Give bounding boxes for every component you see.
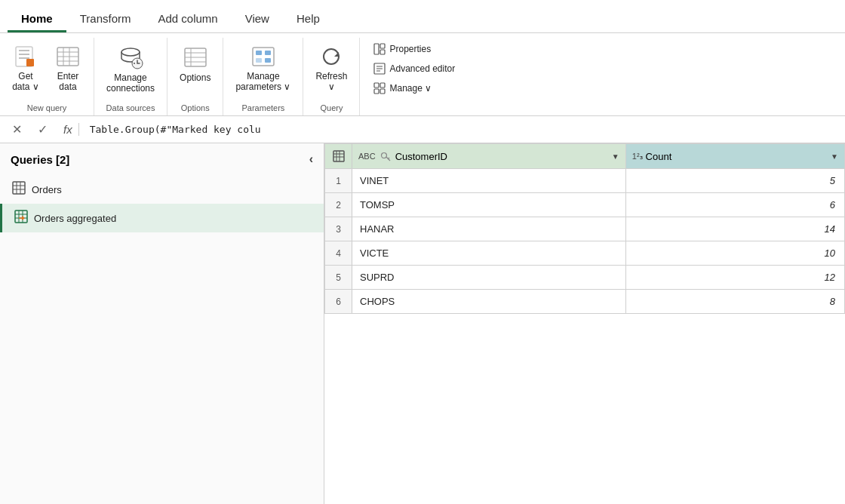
manage-parameters-button[interactable]: Manageparameters ∨ — [229, 41, 297, 94]
ribbon-group-new-query: Getdata ∨ Enterdata New query — [0, 38, 94, 115]
tab-transform[interactable]: Transform — [66, 5, 145, 32]
ribbon-group-parameters: Manageparameters ∨ Parameters — [223, 38, 303, 115]
ribbon-right-buttons: Properties Advanced editor Manag — [359, 38, 469, 115]
manage-connections-button[interactable]: Manageconnections — [100, 41, 161, 94]
enter-data-icon — [54, 44, 81, 69]
get-data-label: Getdata ∨ — [12, 71, 39, 93]
main-area: Queries [2] ‹ Orders — [0, 143, 845, 504]
svg-rect-27 — [380, 50, 385, 54]
count-type-icon: 1²₃ — [632, 152, 643, 161]
table-row: 5SUPRD12 — [325, 266, 845, 290]
svg-rect-19 — [253, 48, 274, 66]
advanced-editor-button[interactable]: Advanced editor — [369, 60, 459, 77]
sidebar: Queries [2] ‹ Orders — [0, 143, 324, 504]
svg-rect-20 — [256, 51, 262, 55]
ribbon-buttons-query: Refresh∨ — [309, 38, 353, 100]
row-number: 6 — [325, 290, 352, 314]
sidebar-item-orders[interactable]: Orders — [0, 175, 324, 204]
properties-icon — [373, 43, 386, 55]
svg-rect-33 — [380, 83, 385, 88]
row-number: 2 — [325, 193, 352, 217]
refresh-button[interactable]: Refresh∨ — [309, 41, 353, 94]
manage-button[interactable]: Manage ∨ — [369, 80, 459, 97]
svg-point-53 — [381, 153, 386, 158]
customerid-cell: TOMSP — [352, 193, 626, 217]
customerid-dropdown-button[interactable]: ▼ — [612, 152, 619, 161]
customerid-cell: VICTE — [352, 241, 626, 266]
customerid-col-name: CustomerID — [395, 151, 447, 162]
orders-label: Orders — [32, 184, 62, 195]
refresh-icon — [318, 44, 345, 69]
manage-parameters-icon — [250, 44, 277, 69]
properties-button[interactable]: Properties — [369, 41, 459, 57]
count-cell: 14 — [625, 217, 844, 241]
table-icon — [333, 150, 345, 162]
options-btn-label: Options — [180, 72, 210, 83]
count-cell: 5 — [625, 169, 844, 193]
svg-rect-35 — [380, 89, 385, 94]
manage-icon — [373, 82, 386, 94]
svg-rect-21 — [265, 51, 271, 55]
formula-confirm-button[interactable]: ✓ — [32, 119, 53, 140]
count-cell: 10 — [625, 241, 844, 266]
svg-rect-4 — [26, 59, 34, 66]
data-grid: ABC CustomerID ▼ 1²₃ — [324, 143, 845, 504]
table-row: 6CHOPS8 — [325, 290, 845, 314]
tab-view[interactable]: View — [232, 5, 283, 32]
customerid-type-icon: ABC — [358, 152, 376, 161]
tab-help[interactable]: Help — [283, 5, 333, 32]
properties-label: Properties — [389, 44, 431, 54]
svg-marker-24 — [334, 52, 339, 57]
sidebar-collapse-button[interactable]: ‹ — [309, 152, 313, 166]
table-body: 1VINET52TOMSP63HANAR144VICTE105SUPRD126C… — [325, 169, 845, 314]
ribbon-buttons-data-sources: Manageconnections — [100, 38, 161, 100]
tab-home[interactable]: Home — [8, 5, 66, 32]
fx-label: fx — [57, 123, 79, 136]
tab-add-column[interactable]: Add column — [144, 5, 231, 32]
manage-label: Manage ∨ — [389, 83, 432, 94]
svg-rect-22 — [256, 58, 262, 63]
formula-input[interactable] — [84, 124, 839, 135]
row-number: 5 — [325, 266, 352, 290]
sidebar-title: Queries [2] — [11, 153, 69, 166]
ribbon-group-query: Refresh∨ Query Properties — [303, 38, 469, 115]
svg-rect-32 — [374, 83, 379, 88]
customerid-cell: SUPRD — [352, 266, 626, 290]
data-table: ABC CustomerID ▼ 1²₃ — [324, 143, 845, 314]
advanced-editor-label: Advanced editor — [389, 63, 455, 74]
svg-rect-34 — [374, 89, 379, 94]
ribbon-buttons-new-query: Getdata ∨ Enterdata — [6, 38, 88, 100]
table-row: 3HANAR14 — [325, 217, 845, 241]
key-icon — [380, 151, 391, 161]
ribbon-buttons-parameters: Manageparameters ∨ — [229, 38, 297, 100]
new-query-label: New query — [6, 100, 88, 115]
customerid-cell: VINET — [352, 169, 626, 193]
options-group-label: Options — [174, 100, 217, 115]
advanced-editor-icon — [373, 63, 386, 75]
customerid-cell: CHOPS — [352, 290, 626, 314]
ribbon-group-data-sources: Manageconnections Data sources — [94, 38, 167, 115]
enter-data-button[interactable]: Enterdata — [48, 41, 88, 94]
count-column-header: 1²₃ Count ▼ — [625, 144, 844, 169]
formula-cancel-button[interactable]: ✕ — [6, 119, 27, 140]
orders-aggregated-icon — [14, 210, 28, 226]
header-corner — [325, 144, 352, 169]
svg-rect-23 — [265, 58, 271, 63]
enter-data-label: Enterdata — [57, 71, 79, 93]
manage-connections-label: Manageconnections — [106, 72, 155, 94]
sidebar-header: Queries [2] ‹ — [0, 143, 324, 175]
table-row: 1VINET5 — [325, 169, 845, 193]
count-dropdown-button[interactable]: ▼ — [831, 152, 838, 161]
parameters-label: Parameters — [229, 100, 297, 115]
orders-table-icon — [12, 181, 26, 198]
sidebar-item-orders-aggregated[interactable]: Orders aggregated — [0, 204, 324, 232]
svg-line-55 — [388, 158, 389, 159]
options-button[interactable]: Options — [174, 41, 217, 94]
svg-rect-36 — [13, 182, 25, 194]
row-number: 3 — [325, 217, 352, 241]
count-cell: 12 — [625, 266, 844, 290]
tab-bar: Home Transform Add column View Help — [0, 0, 845, 33]
get-data-icon — [12, 44, 39, 69]
get-data-button[interactable]: Getdata ∨ — [6, 41, 45, 94]
options-icon — [182, 44, 209, 71]
